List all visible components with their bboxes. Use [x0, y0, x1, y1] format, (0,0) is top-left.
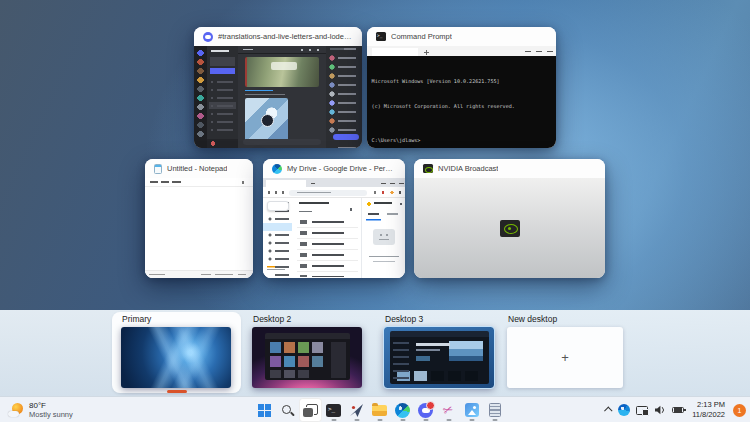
- window-title: My Drive - Google Drive - Personal - Mic…: [287, 164, 396, 173]
- search-button[interactable]: [276, 398, 299, 422]
- window-title-bar: My Drive - Google Drive - Personal - Mic…: [263, 159, 405, 178]
- task-view-icon: [303, 404, 318, 417]
- nvidia-broadcast-preview: [414, 178, 605, 278]
- desktops-strip: Primary Desktop 2 Desktop 3 New desktop …: [0, 310, 750, 396]
- new-desktop-button[interactable]: +: [507, 327, 623, 388]
- terminal-button[interactable]: [322, 398, 345, 422]
- cast-icon[interactable]: [636, 406, 648, 415]
- photos-button[interactable]: [460, 398, 483, 422]
- browser-tab-strip: [263, 178, 405, 187]
- notepad-document: [145, 187, 253, 270]
- discord-attachment-image: [245, 98, 288, 141]
- window-title: #translations-and-live-letters-and-lodes…: [218, 32, 353, 41]
- window-title-bar: Untitled - Notepad: [145, 159, 253, 178]
- notepad-window-thumbnail[interactable]: Untitled - Notepad: [145, 159, 253, 278]
- command-prompt-window-thumbnail[interactable]: Command Prompt Microsoft Windows [Versio…: [367, 27, 556, 148]
- desktop-2-tile[interactable]: [252, 327, 362, 388]
- plane-app-icon: [349, 403, 364, 418]
- desktop-label-new: New desktop: [508, 314, 557, 324]
- window-title-bar: Command Prompt: [367, 27, 556, 46]
- sun-cloud-icon: [8, 403, 24, 417]
- task-view-button[interactable]: [299, 398, 322, 422]
- discord-channel-list: [207, 46, 238, 148]
- snip-button[interactable]: [437, 398, 460, 422]
- desktop-label-primary: Primary: [122, 314, 151, 324]
- drive-sidebar: [263, 198, 293, 278]
- discord-server-rail: [194, 46, 207, 148]
- task-view-backdrop[interactable]: #translations-and-live-letters-and-lodes…: [0, 0, 750, 422]
- desktop-label-2: Desktop 2: [253, 314, 291, 324]
- weather-condition: Mostly sunny: [29, 410, 73, 419]
- file-explorer-button[interactable]: [368, 398, 391, 422]
- taskbar-center-icons: [253, 398, 506, 422]
- browser-toolbar: [263, 187, 405, 198]
- taskbar-clock[interactable]: 2:13 PM 11/8/2022: [692, 400, 725, 420]
- system-tray: 2:13 PM 11/8/2022 1: [606, 398, 746, 422]
- command-prompt-icon: [376, 32, 386, 41]
- taskbar: 80°F Mostly sunny: [0, 396, 750, 422]
- discord-icon: [418, 403, 433, 418]
- discord-embed-image: [245, 57, 319, 87]
- drive-details-panel: [361, 198, 405, 278]
- weather-widget[interactable]: 80°F Mostly sunny: [8, 399, 73, 421]
- notification-badge[interactable]: 1: [733, 404, 746, 417]
- desktop-primary-tile[interactable]: [121, 327, 231, 388]
- chevron-up-icon[interactable]: [604, 406, 612, 414]
- scissors-icon: [442, 403, 456, 418]
- notepad-status-bar: [145, 270, 253, 278]
- folder-icon: [372, 405, 387, 416]
- plus-icon: +: [561, 351, 569, 364]
- start-button[interactable]: [253, 398, 276, 422]
- terminal-output: Microsoft Windows [Version 10.0.22621.75…: [367, 56, 541, 148]
- edge-icon: [272, 164, 282, 174]
- discord-preview: [194, 46, 362, 148]
- window-title-bar: #translations-and-live-letters-and-lodes…: [194, 27, 362, 46]
- desktop-label-3: Desktop 3: [385, 314, 423, 324]
- volume-icon[interactable]: [654, 405, 666, 415]
- edge-icon: [395, 403, 410, 418]
- discord-window-thumbnail[interactable]: #translations-and-live-letters-and-lodes…: [194, 27, 362, 148]
- clock-time: 2:13 PM: [697, 400, 725, 410]
- desktop-3-tile[interactable]: [384, 327, 494, 388]
- active-desktop-indicator: [167, 390, 187, 393]
- discord-button[interactable]: [414, 398, 437, 422]
- search-icon: [282, 405, 291, 414]
- window-title: Untitled - Notepad: [167, 164, 227, 173]
- drive-file-list: [293, 198, 361, 278]
- window-title-bar: NVIDIA Broadcast: [414, 159, 605, 178]
- edge-tray-icon[interactable]: [618, 404, 630, 416]
- weather-temperature: 80°F: [29, 401, 73, 411]
- terminal-icon: [326, 404, 341, 417]
- command-prompt-preview: Microsoft Windows [Version 10.0.22621.75…: [367, 46, 556, 148]
- notepad-menu-bar: [145, 178, 253, 187]
- nvidia-icon: [423, 164, 433, 173]
- edge-drive-preview: [263, 178, 405, 278]
- plane-app-button[interactable]: [345, 398, 368, 422]
- photos-icon: [465, 403, 479, 417]
- edge-drive-window-thumbnail[interactable]: My Drive - Google Drive - Personal - Mic…: [263, 159, 405, 278]
- battery-icon[interactable]: [672, 407, 684, 414]
- discord-icon: [203, 32, 213, 42]
- window-title: NVIDIA Broadcast: [438, 164, 498, 173]
- notepad-icon: [154, 164, 162, 174]
- notepad-preview: [145, 178, 253, 278]
- nvidia-logo-icon: [500, 220, 520, 237]
- nvidia-broadcast-window-thumbnail[interactable]: NVIDIA Broadcast: [414, 159, 605, 278]
- edge-button[interactable]: [391, 398, 414, 422]
- clock-date: 11/8/2022: [692, 410, 725, 420]
- discord-chat-area: [238, 46, 326, 148]
- terminal-tab-bar: [367, 46, 556, 56]
- windows-logo-icon: [258, 404, 264, 410]
- library-icon: [489, 403, 501, 417]
- discord-member-list: [326, 46, 362, 148]
- library-app-button[interactable]: [483, 398, 506, 422]
- window-title: Command Prompt: [391, 32, 452, 41]
